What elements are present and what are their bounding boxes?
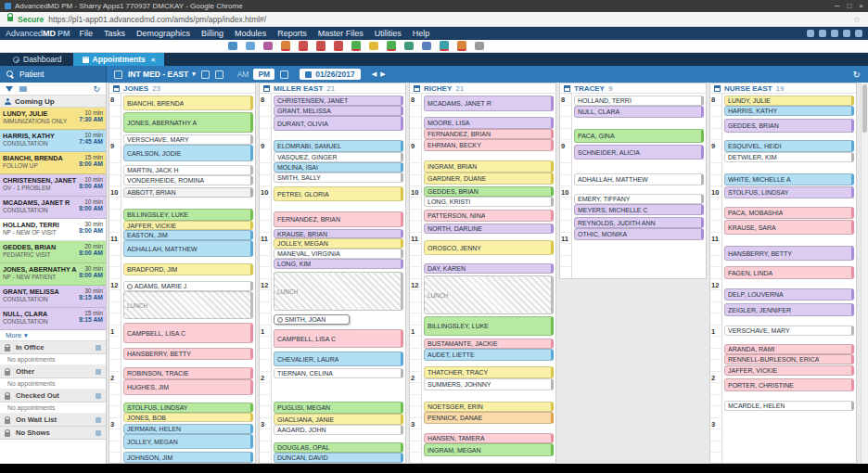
sidebar-section-in-office[interactable]: In Office: [0, 341, 106, 354]
coming-up-item[interactable]: GRANT, MELISSACONSULTATION30 min8:15 AM: [0, 286, 106, 308]
appointment-block[interactable]: VERSCHAVE, MARY: [123, 134, 253, 145]
url-text[interactable]: https://pl1-app01.advancedmd.com/amds/pm…: [48, 15, 849, 24]
appointment-block[interactable]: STOLFUS, LINDSAY: [724, 186, 854, 198]
wrench-icon[interactable]: [807, 30, 814, 37]
scrollbar-thumb[interactable]: [862, 84, 867, 133]
coming-up-item[interactable]: HARRIS, KATHYCONSULTATION10 min7:45 AM: [0, 130, 106, 152]
appointment-block[interactable]: DURANT, OLIVIA: [274, 116, 403, 131]
refresh-schedule-button[interactable]: ↻: [853, 70, 861, 80]
day-view-toggle-icon[interactable]: [201, 70, 210, 79]
appointment-block[interactable]: MCARDLE, HELEN: [724, 401, 854, 411]
week-view-toggle-icon[interactable]: [215, 70, 223, 79]
appointment-block[interactable]: CHEVALIER, LAURA: [274, 352, 403, 366]
coming-up-item[interactable]: LUNDY, JULIEIMMUNIZATIONS ONLY10 min7:30…: [0, 108, 106, 130]
appointment-block[interactable]: DETWILER, KIM: [724, 152, 854, 162]
maximize-button[interactable]: □: [847, 2, 851, 10]
appointment-block[interactable]: STOLFUS, LINDSAY: [123, 403, 253, 413]
column-header[interactable]: TRACEY9: [559, 83, 707, 94]
appointment-block[interactable]: HOLLAND, TERRI: [574, 96, 704, 106]
menu-help[interactable]: Help: [413, 29, 430, 38]
appointment-block[interactable]: KRAUSE, SARA: [724, 220, 854, 235]
appointment-block[interactable]: PUGLISI, MEGAN: [274, 402, 403, 414]
appointment-block[interactable]: NULL, CLARA: [574, 106, 704, 118]
column-body[interactable]: 891011HOLLAND, TERRINULL, CLARAPACA, GIN…: [559, 94, 707, 279]
appointment-block[interactable]: ARANDA, RAMI: [724, 344, 854, 354]
blocked-time[interactable]: LUNCH: [424, 275, 554, 314]
calendar-picker-icon[interactable]: [280, 70, 288, 79]
appointment-block[interactable]: VONDERHEIDE, ROMINA: [123, 175, 253, 185]
help-icon[interactable]: [475, 42, 484, 50]
appointment-block[interactable]: LONG, KIM: [274, 259, 403, 269]
messages-icon[interactable]: [457, 41, 466, 51]
coming-up-item[interactable]: GEDDES, BRIANPEDIATRIC VISIT20 min8:00 A…: [0, 241, 106, 263]
appointment-block[interactable]: ZEIGLER, JENNIFER: [724, 303, 854, 316]
office-flow-icon[interactable]: [263, 42, 273, 50]
blocked-time[interactable]: LUNCH: [274, 272, 403, 311]
coming-up-item[interactable]: JONES, ABERNATHY ANP - NEW PATIENT30 min…: [0, 263, 106, 286]
appointment-block[interactable]: JONES, ABERNATHY A: [123, 112, 253, 133]
blocked-time[interactable]: LUNCH: [123, 291, 253, 319]
appointment-block[interactable]: SMITH, JOAN: [274, 314, 350, 325]
appointment-block[interactable]: RENNELL-BURLESON, ERICA: [724, 354, 854, 364]
month-view-icon[interactable]: [334, 41, 343, 51]
appointment-block[interactable]: BUSTAMANTE, JACKIE: [424, 339, 554, 349]
help-icon[interactable]: [855, 30, 862, 37]
tab-appointments[interactable]: Appointments ×: [73, 53, 165, 66]
close-button[interactable]: ×: [859, 2, 863, 10]
coming-up-header[interactable]: Coming Up: [0, 96, 106, 108]
appointment-block[interactable]: LONG, KRISTI: [424, 197, 554, 207]
appointment-block[interactable]: MCADAMS, JANET R: [424, 96, 554, 111]
payment-entry-icon[interactable]: [387, 41, 396, 51]
appointment-block[interactable]: OROSCO, JENNY: [424, 240, 554, 255]
appointment-block[interactable]: MOORE, LISA: [424, 117, 554, 129]
appointment-block[interactable]: LUNDY, JULIE: [724, 96, 854, 106]
tab-dashboard[interactable]: Dashboard: [4, 53, 71, 66]
appointment-block[interactable]: HANSEN, TAMERA: [424, 433, 554, 443]
appointment-block[interactable]: INGRAM, BRIAN: [424, 160, 554, 173]
appointment-block[interactable]: ADHALLAH, MATTHEW: [574, 173, 704, 185]
coming-up-item[interactable]: CHRISTENSEN, JANETOV - 1 PROBLEM10 min8:…: [0, 174, 106, 197]
appointment-block[interactable]: ROBINSON, TRACIE: [123, 367, 253, 379]
coming-up-item[interactable]: NULL, CLARACONSULTATION15 min8:15 AM: [0, 308, 106, 330]
prev-day-button[interactable]: ◀: [372, 70, 377, 78]
appointment-block[interactable]: FERNANDEZ, BRIAN: [274, 211, 403, 227]
appointment-block[interactable]: PENNICK, DANAE: [424, 412, 554, 424]
appointment-block[interactable]: OTHIC, MONIKA: [574, 228, 704, 240]
appointment-block[interactable]: AAGARD, JOHN: [274, 425, 403, 435]
appointment-block[interactable]: PORTER, CHRISTINE: [724, 378, 854, 391]
column-header[interactable]: NURSE EAST19: [709, 83, 857, 94]
appointment-block[interactable]: NORTH, DARLINE: [424, 224, 554, 234]
section-tool-icon[interactable]: [96, 430, 101, 436]
column-header[interactable]: JONES23: [108, 83, 256, 94]
appointment-block[interactable]: JOHNSON, JIM: [123, 452, 253, 463]
appointment-block[interactable]: ELOMRABI, SAMUEL: [274, 140, 403, 152]
appointment-block[interactable]: MEYERS, MICHELLE C: [574, 204, 704, 215]
appointment-block[interactable]: AUDET, LIETTE: [424, 349, 554, 361]
menu-billing[interactable]: Billing: [201, 29, 223, 38]
appointment-block[interactable]: REYNOLDS, JUDITH ANN: [574, 217, 704, 228]
day-view-icon[interactable]: [299, 41, 308, 51]
appointment-block[interactable]: ABBOTT, BRIAN: [123, 187, 253, 198]
appointment-block[interactable]: JERMAIN, HELEN: [123, 424, 253, 434]
appointment-block[interactable]: HARRIS, KATHY: [724, 106, 854, 116]
filter-icon[interactable]: [6, 86, 13, 92]
menu-reports[interactable]: Reports: [277, 29, 307, 38]
appointment-block[interactable]: HANSBERRY, BETTY: [724, 246, 854, 261]
appointment-block[interactable]: DUNCAN, DAVID: [274, 453, 403, 463]
appointment-block[interactable]: BILLINGSLEY, LUKE: [424, 316, 554, 336]
appointment-block[interactable]: PACA, GINA: [574, 129, 704, 143]
column-layout-icon[interactable]: [114, 70, 122, 79]
menu-master-files[interactable]: Master Files: [318, 29, 364, 38]
vertical-scrollbar[interactable]: [861, 83, 868, 464]
next-day-button[interactable]: ▶: [380, 70, 385, 78]
section-tool-icon[interactable]: [96, 369, 101, 375]
appointment-block[interactable]: HUGHES, JIM: [123, 379, 253, 395]
appointment-block[interactable]: CAMPBELL, LISA C: [274, 329, 403, 348]
appointment-block[interactable]: INGRAM, MEGAN: [424, 443, 554, 456]
appointment-block[interactable]: DOUGLAS, OPAL: [274, 442, 403, 453]
appointment-block[interactable]: TIERNAN, CELINA: [274, 368, 403, 378]
quick-pay-icon[interactable]: [404, 42, 414, 50]
appointment-block[interactable]: VERSCHAVE, MARY: [724, 326, 854, 336]
section-tool-icon[interactable]: [96, 417, 101, 423]
menu-modules[interactable]: Modules: [235, 29, 266, 38]
